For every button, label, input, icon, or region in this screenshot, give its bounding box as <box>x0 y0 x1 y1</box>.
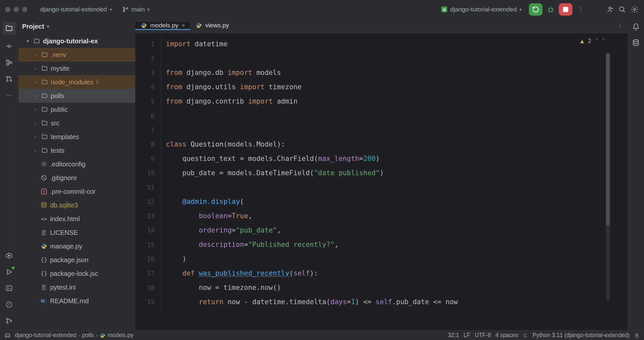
code-line[interactable] <box>166 51 628 65</box>
code-line[interactable] <box>166 123 628 137</box>
window-controls[interactable] <box>5 7 27 12</box>
line-number[interactable]: 9 <box>135 151 161 166</box>
code-line[interactable]: question_text = models.CharField(max_len… <box>166 151 628 166</box>
breadcrumb[interactable]: django-tutorial-extended › polls › model… <box>15 332 133 339</box>
scrollbar-thumb[interactable] <box>606 53 610 226</box>
tree-item[interactable]: .gitignore <box>18 171 135 185</box>
line-number[interactable]: 6 <box>135 108 161 123</box>
structure-tool-icon[interactable] <box>4 58 14 67</box>
tree-item[interactable]: ›public <box>18 103 135 116</box>
tree-item[interactable]: manage.py <box>18 239 135 253</box>
code-line[interactable]: from django.db import models <box>166 65 628 80</box>
tool-window-toggle-icon[interactable] <box>5 333 10 338</box>
project-tree[interactable]: ▾ django-tutorial-ex ›.venv›mysite›node_… <box>18 34 135 330</box>
code-line[interactable]: boolean=True, <box>166 209 628 223</box>
line-separator[interactable]: LF <box>463 332 470 339</box>
editor-body[interactable]: 12345678910111213141516171819 import dat… <box>135 34 628 330</box>
tree-item[interactable]: Y.pre-commit-cor <box>18 185 135 198</box>
code-line[interactable]: import datetime <box>166 37 628 51</box>
code-line[interactable]: return now - datetime.timedelta(days=1) … <box>166 295 628 309</box>
line-number[interactable]: 7 <box>135 123 161 137</box>
line-number[interactable]: 4 <box>135 80 161 94</box>
tab-actions-icon[interactable]: ⋮ <box>616 22 624 30</box>
line-number[interactable]: 16 <box>135 252 161 266</box>
line-number[interactable]: 1 <box>135 37 161 51</box>
terminal-tool-icon[interactable] <box>4 283 14 293</box>
cursor-position[interactable]: 32:1 <box>448 332 459 339</box>
line-number[interactable]: 15 <box>135 237 161 252</box>
problems-tool-icon[interactable] <box>4 300 14 309</box>
nav-up-icon[interactable]: ˄ <box>595 37 598 44</box>
code-content[interactable]: import datetime from django.db import mo… <box>161 34 628 330</box>
code-line[interactable] <box>166 180 628 194</box>
line-number[interactable]: 8 <box>135 137 161 151</box>
line-number[interactable]: 13 <box>135 209 161 223</box>
code-line[interactable]: def was_published_recently(self): <box>166 266 628 280</box>
branch-selector[interactable]: main ▾ <box>119 5 153 14</box>
line-number[interactable]: 10 <box>135 166 161 180</box>
tree-item[interactable]: LICENSE <box>18 226 135 239</box>
tree-item[interactable]: ›mysite <box>18 62 135 75</box>
tree-item[interactable]: ›.venv <box>18 48 135 62</box>
run-button[interactable] <box>529 3 543 16</box>
minimize-window-icon[interactable] <box>14 7 19 12</box>
close-window-icon[interactable] <box>5 7 10 12</box>
tree-item[interactable]: ›templates <box>18 130 135 144</box>
more-actions-icon[interactable]: ⋮ <box>576 5 585 14</box>
nav-down-icon[interactable]: ˅ <box>602 37 605 44</box>
settings-icon[interactable] <box>630 5 639 14</box>
lock-icon[interactable] <box>634 333 639 338</box>
more-tools-icon[interactable]: ⋯ <box>4 90 14 100</box>
line-number[interactable]: 19 <box>135 295 161 309</box>
maximize-window-icon[interactable] <box>22 7 27 12</box>
stop-button[interactable] <box>559 3 572 16</box>
inspection-indicator[interactable]: ▲ 2 ˄ ˅ <box>580 37 605 44</box>
project-panel-header[interactable]: Project ▾ <box>18 19 135 34</box>
line-number[interactable]: 17 <box>135 266 161 280</box>
line-number[interactable]: 12 <box>135 194 161 209</box>
code-line[interactable]: from django.contrib import admin <box>166 94 628 108</box>
line-gutter[interactable]: 12345678910111213141516171819 <box>135 34 161 330</box>
services-tool-icon[interactable] <box>4 251 14 261</box>
indent-settings[interactable]: 4 spaces <box>495 332 518 339</box>
debug-button[interactable] <box>546 5 555 14</box>
python-interpreter[interactable]: Python 3.11 (django-tutorial-extended) <box>532 332 630 339</box>
project-selector[interactable]: django-tutorial-extended ▾ <box>37 5 115 14</box>
run-config-selector[interactable]: dj django-tutorial-extended ▾ <box>438 5 525 14</box>
scrollbar[interactable] <box>606 53 610 301</box>
tree-item[interactable]: ›node_modules li <box>18 75 135 89</box>
line-number[interactable]: 14 <box>135 223 161 237</box>
editor-tab[interactable]: views.py <box>190 22 234 30</box>
tree-root[interactable]: ▾ django-tutorial-ex <box>18 34 135 48</box>
search-icon[interactable] <box>618 5 626 14</box>
run-tool-icon[interactable] <box>4 267 14 277</box>
line-number[interactable]: 11 <box>135 180 161 194</box>
tree-item[interactable]: pytest.ini <box>18 280 135 294</box>
line-number[interactable]: 3 <box>135 65 161 80</box>
notifications-icon[interactable] <box>631 22 641 32</box>
editor-tab[interactable]: models.py× <box>135 22 190 30</box>
tree-item[interactable]: {}package.json <box>18 253 135 267</box>
code-line[interactable]: ordering="pub_date", <box>166 223 628 237</box>
breadcrumb-item[interactable]: models.py <box>107 332 133 339</box>
line-number[interactable]: 5 <box>135 94 161 108</box>
code-line[interactable]: class Question(models.Model): <box>166 137 628 151</box>
tree-item[interactable]: ›tests <box>18 144 135 157</box>
line-number[interactable]: 18 <box>135 280 161 295</box>
project-tool-icon[interactable] <box>3 22 16 35</box>
breadcrumb-item[interactable]: polls <box>82 332 94 339</box>
code-line[interactable]: from django.utils import timezone <box>166 80 628 94</box>
pull-requests-icon[interactable] <box>4 74 14 84</box>
tree-item[interactable]: db.sqlite3 <box>18 198 135 212</box>
vcs-tool-icon[interactable] <box>4 316 14 326</box>
code-with-me-icon[interactable] <box>606 5 614 14</box>
code-line[interactable]: @admin.display( <box>166 194 628 209</box>
breadcrumb-item[interactable]: django-tutorial-extended <box>15 332 76 339</box>
commit-tool-icon[interactable] <box>4 41 14 51</box>
code-line[interactable] <box>166 108 628 123</box>
indent-icon[interactable] <box>523 333 528 338</box>
line-number[interactable]: 2 <box>135 51 161 65</box>
tree-item[interactable]: ›src <box>18 116 135 130</box>
code-line[interactable]: description="Published recently?", <box>166 237 628 252</box>
tree-item[interactable]: M↓README.md <box>18 294 135 308</box>
